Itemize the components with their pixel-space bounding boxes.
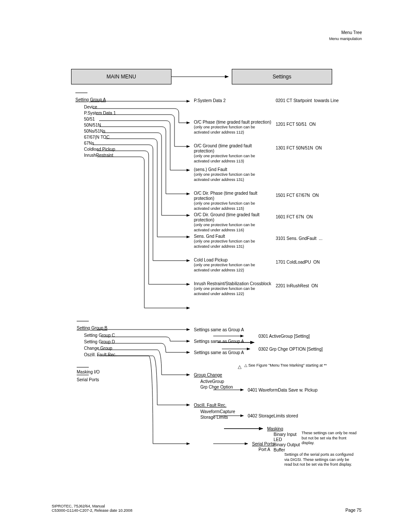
col2-note: (only one protective function can be act… bbox=[194, 263, 271, 273]
masking-io-label: Masking I/O bbox=[77, 370, 100, 375]
triangle-icon: △ bbox=[238, 364, 241, 370]
menu-item: InrushRestraint bbox=[84, 153, 113, 158]
col2-entry: (sens.) Gnd Fault bbox=[194, 167, 271, 172]
os-item: Storage Limits bbox=[200, 415, 228, 420]
menu-item: Oszill. Fault Rec. bbox=[84, 352, 117, 358]
doc-section-title: Menu Tree bbox=[310, 30, 362, 35]
col2-same-b: Settings same as Group A bbox=[194, 339, 244, 344]
gc-item: Grp Chge Option bbox=[200, 385, 233, 390]
param-row: 1301 FCT 50N/51N ON bbox=[276, 146, 353, 151]
col2-entry: O/C Dir. Ground (time graded fault prote… bbox=[194, 212, 271, 223]
delta-note: △ See Figure "Menu Tree Marking" startin… bbox=[244, 363, 335, 368]
menu-item: 50N/51N bbox=[84, 123, 101, 128]
gc-item: ActiveGroup bbox=[200, 379, 224, 384]
col2-note: (only one protective function can be act… bbox=[194, 239, 271, 249]
col2-entry: Inrush Restraint/Stabilization Crossbloc… bbox=[194, 281, 271, 286]
col2-note: (only one protective function can be act… bbox=[194, 172, 271, 182]
param-row: 1701 ColdLoadPU ON bbox=[276, 260, 353, 265]
param-row: 0302 Grp Chge OPTION [Setting] bbox=[258, 347, 345, 352]
col2-entry: O/C Phase (time graded fault protection) bbox=[194, 120, 271, 125]
masking-note: These settings can only be read but not … bbox=[302, 431, 358, 446]
col2-note: (only one protective function can be act… bbox=[194, 154, 271, 164]
menu-item: 67Ns bbox=[84, 141, 94, 146]
serial-ports-label: Serial Ports bbox=[77, 377, 99, 383]
col2-entry: O/C Dir. Phase (time graded fault protec… bbox=[194, 191, 271, 201]
menu-item: P.System Data 1 bbox=[84, 111, 116, 116]
param-row: 3101 Sens. GndFault ... bbox=[276, 236, 353, 241]
col2-note: (only one protective function can be act… bbox=[194, 125, 271, 135]
menu-item: 50Ns/51Ns bbox=[84, 129, 105, 134]
menu-item: Setting Group D bbox=[84, 339, 115, 345]
masking-item: Buffer bbox=[274, 448, 285, 453]
main-menu-box: MAIN MENU bbox=[71, 69, 171, 84]
col2-note: (only one protective function can be act… bbox=[194, 223, 271, 233]
param-row: 0402 StorageLimits stored bbox=[248, 414, 334, 419]
col2-entry: P.System Data 2 bbox=[194, 98, 226, 103]
menu-item: Setting Group C bbox=[84, 333, 115, 338]
ports-note: Settings of the serial ports as configur… bbox=[284, 452, 358, 467]
col2-note: (only one protective function can be act… bbox=[194, 201, 271, 211]
masking-header: Masking bbox=[267, 426, 283, 432]
col2-entry: Cold Load Pickup bbox=[194, 258, 271, 263]
col2-same-a: Settings same as Group A bbox=[194, 327, 244, 333]
masking-item: Binary Output bbox=[274, 442, 300, 448]
os-item: WaveformCapture bbox=[200, 409, 235, 414]
col2-entry: Sens. Gnd Fault bbox=[194, 234, 271, 239]
menu-item: 67/67(N TOC bbox=[84, 135, 109, 140]
param-row: 0301 ActiveGroup [Setting] bbox=[258, 334, 345, 339]
menu-item: 50/51 bbox=[84, 117, 95, 122]
param-row: 0201 CT Startpoint towards Line bbox=[276, 98, 353, 103]
settings-box: Settings bbox=[232, 69, 332, 84]
setting-group-a-label: Setting Group A bbox=[75, 97, 106, 103]
menu-item: Device bbox=[84, 105, 97, 110]
param-row: 1601 FCT 67N ON bbox=[276, 215, 353, 220]
menu-item: Change Group bbox=[84, 346, 112, 351]
ports-item: Port A bbox=[258, 447, 270, 452]
ports-header: Serial Ports bbox=[252, 442, 274, 447]
masking-item: LED bbox=[274, 437, 282, 442]
footer-doc: SIPROTEC, 7SJ62/64, Manual C53000-G1140-… bbox=[52, 504, 132, 513]
col2-same-c: Settings same as Group A bbox=[194, 350, 244, 355]
param-row: 1201 FCT 50/51 ON bbox=[276, 122, 353, 127]
param-row: 0401 WaveformData Save w. Pickup bbox=[248, 388, 334, 393]
col2-note: (only one protective function can be act… bbox=[194, 286, 271, 296]
doc-section-subtitle: Menu manipulation bbox=[310, 37, 362, 41]
masking-item: Binary Input bbox=[274, 432, 296, 437]
footer-page: Page 75 bbox=[346, 508, 361, 513]
group-change-header: Group Change bbox=[194, 373, 222, 378]
param-row: 1501 FCT 67/67N ON bbox=[276, 193, 353, 198]
col2-entry: O/C Ground (time graded fault protection… bbox=[194, 143, 271, 154]
menu-item: Coldload Pickup bbox=[84, 147, 115, 152]
oscill-header: Oscill. Fault Rec. bbox=[194, 403, 227, 408]
param-row: 2201 InRushRest ON bbox=[276, 283, 353, 289]
setting-group-b-label: Setting Group B bbox=[77, 326, 107, 331]
